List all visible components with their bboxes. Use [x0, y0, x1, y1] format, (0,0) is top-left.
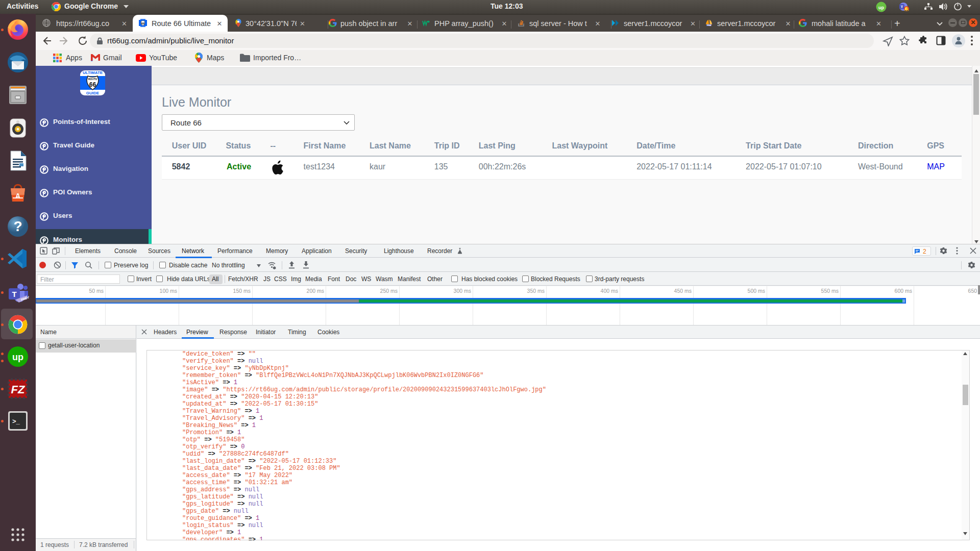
svg-text:ROUTE: ROUTE	[88, 78, 97, 81]
svg-text:>_: >_	[12, 417, 20, 425]
svg-text:66: 66	[141, 22, 145, 25]
svg-text:A: A	[15, 192, 20, 200]
svg-text:PMA: PMA	[707, 24, 711, 27]
svg-text:T: T	[12, 290, 16, 298]
svg-text:T: T	[901, 5, 903, 9]
svg-text:up: up	[878, 5, 884, 10]
svg-text:FZ: FZ	[11, 383, 26, 396]
svg-text:?: ?	[13, 218, 22, 234]
svg-text:🔔: 🔔	[904, 6, 909, 11]
svg-text:66: 66	[89, 81, 96, 88]
svg-text:up: up	[12, 352, 23, 362]
